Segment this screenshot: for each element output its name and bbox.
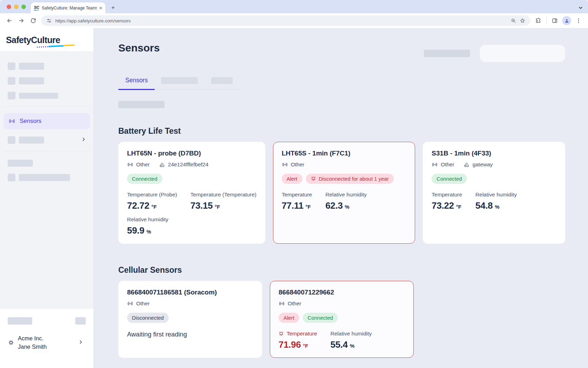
reading-value-alert: 71.96°F <box>279 339 317 350</box>
logo-underline <box>37 45 75 48</box>
browser-tab[interactable]: SC SafetyCulture: Manage Teams and... × <box>31 2 105 13</box>
sensor-name: S31B - 1min (4F33) <box>432 150 556 157</box>
sensor-meta: Other <box>279 300 405 307</box>
sensor-signal-icon <box>432 161 438 168</box>
gateway-icon <box>463 161 470 168</box>
reading-value: 62.3% <box>326 200 367 211</box>
sensor-card-soracom[interactable]: 866840071186581 (Soracom) Other Disconne… <box>118 281 262 358</box>
section-title: Battery Life Test <box>118 126 565 136</box>
toolbar-divider <box>546 17 547 24</box>
filter-skeleton-bar <box>118 101 164 108</box>
browser-window: SC SafetyCulture: Manage Teams and... × … <box>0 0 588 368</box>
sidebar-item-label: Sensors <box>20 118 41 125</box>
status-chips: Connected <box>127 174 257 184</box>
tab-sensors[interactable]: Sensors <box>118 77 155 90</box>
sidebar-footer: Acme Inc. Jane Smith <box>0 309 93 368</box>
url-text[interactable]: https://app.safetyculture.com/sensors <box>55 18 507 23</box>
sidebar-skeleton-item-expandable[interactable] <box>8 136 86 144</box>
tab-close-icon[interactable]: × <box>99 6 102 11</box>
window-zoom-button[interactable] <box>21 5 26 9</box>
header-actions <box>424 42 565 62</box>
side-panel-icon[interactable] <box>550 15 560 26</box>
section-battery-life-test: Battery Life Test LHT65N - probe (D7BD) … <box>118 126 565 244</box>
safetyculture-favicon: SC <box>34 5 39 10</box>
sidebar-divider <box>4 151 89 151</box>
tab-skeleton <box>161 77 198 84</box>
profile-avatar[interactable] <box>562 16 571 25</box>
reading: Temperature 71.96°F <box>279 331 317 350</box>
sensor-meta: Other gateway <box>432 161 556 168</box>
status-badge-connected: Connected <box>303 313 338 323</box>
sensor-signal-icon <box>279 300 285 307</box>
readings: Temperature (Probe) 72.72°F Temperature … <box>127 192 257 236</box>
sensor-card-s31b[interactable]: S31B - 1min (4F33) Other gateway Connect… <box>423 142 565 244</box>
section-title: Cellular Sensors <box>118 265 565 275</box>
sensor-meta: Other <box>127 300 253 307</box>
forward-button[interactable] <box>16 15 27 26</box>
status-chips: Alert Connected <box>279 313 405 323</box>
page-header: Sensors <box>118 42 565 62</box>
browser-menu-icon[interactable] <box>573 15 584 26</box>
reading: Temperature 77.11°F <box>282 192 312 211</box>
reading-unit: °F <box>303 343 308 349</box>
reading-unit: % <box>350 343 354 349</box>
card-grid: 866840071186581 (Soracom) Other Disconne… <box>118 281 565 358</box>
sensor-card-lht65n[interactable]: LHT65N - probe (D7BD) Other 24e124fffefb… <box>118 142 265 244</box>
tab-search-chevron-icon[interactable] <box>578 5 584 12</box>
site-info-icon[interactable] <box>46 18 52 23</box>
reading-unit: % <box>345 204 349 210</box>
reading-unit: % <box>146 229 151 235</box>
reading-label-alert: Temperature <box>279 331 317 337</box>
reading-unit: °F <box>215 204 220 210</box>
reading-label: Temperature (Probe) <box>127 192 177 198</box>
sidebar-skeleton-item <box>8 77 86 85</box>
reading-label: Relative humidity <box>475 192 517 198</box>
status-badge-disconnected: Disconnected <box>127 313 169 323</box>
sidebar-skeleton-item <box>8 92 86 99</box>
status-badge-connected: Connected <box>432 174 467 184</box>
reading-unit: °F <box>456 204 461 210</box>
extensions-icon[interactable] <box>533 15 544 26</box>
sensor-signal-icon <box>282 161 288 168</box>
sensor-meta: Other <box>282 161 407 168</box>
reading-value: 77.11°F <box>282 200 312 211</box>
card-grid: LHT65N - probe (D7BD) Other 24e124fffefb… <box>118 142 565 244</box>
url-bar[interactable]: https://app.safetyculture.com/sensors <box>41 15 530 26</box>
window-close-button[interactable] <box>7 5 11 9</box>
window-minimize-button[interactable] <box>14 5 19 9</box>
back-button[interactable] <box>4 15 15 26</box>
account-org: Acme Inc. <box>18 334 47 343</box>
sensor-name: LHT65S - 1min (F7C1) <box>282 150 407 157</box>
status-badge-disconnected-duration: Disconnected for about 1 year <box>306 174 394 184</box>
sensor-name: LHT65N - probe (D7BD) <box>127 150 257 157</box>
account-switcher[interactable]: Acme Inc. Jane Smith <box>8 334 86 351</box>
status-badge-connected: Connected <box>127 174 162 184</box>
browser-tabstrip: SC SafetyCulture: Manage Teams and... × … <box>0 0 588 13</box>
sensor-card-lht65s[interactable]: LHT65S - 1min (F7C1) Other Alert Disconn… <box>273 142 415 244</box>
reading: Relative humidity 62.3% <box>326 192 367 211</box>
sensor-signal-icon <box>127 300 133 307</box>
readings: Temperature 73.22°F Relative humidity 54… <box>432 192 556 211</box>
sensor-meta: Other 24e124fffefbef24 <box>127 161 257 168</box>
sensor-name: 866840071229662 <box>279 289 405 296</box>
reading: Relative humidity 59.9% <box>127 216 177 236</box>
new-tab-button[interactable]: + <box>110 4 117 11</box>
gateway-id: gateway <box>472 161 493 168</box>
sidebar-item-sensors[interactable]: Sensors <box>4 113 90 129</box>
sensor-type: Other <box>441 161 454 168</box>
bookmark-star-icon[interactable] <box>520 18 525 23</box>
sensor-card-866840071229662[interactable]: 866840071229662 Other Alert Connected Te… <box>270 281 414 358</box>
main-content: Sensors Sensors Battery Life Test LHT65N… <box>94 28 588 368</box>
reading: Temperature (Temperature) 73.15°F <box>190 192 257 211</box>
reload-button[interactable] <box>28 15 38 26</box>
gear-icon <box>8 339 14 346</box>
app-frame: SafetyCulture <box>0 28 588 368</box>
reading-label: Temperature <box>432 192 462 198</box>
zoom-in-icon[interactable] <box>511 18 516 23</box>
reading-value: 73.22°F <box>432 200 462 211</box>
reading-label: Temperature (Temperature) <box>190 192 257 198</box>
reading-value: 73.15°F <box>190 200 257 211</box>
sidebar-nav: Sensors <box>0 51 93 309</box>
chevron-right-icon <box>78 339 84 346</box>
tab-title: SafetyCulture: Manage Teams and... <box>42 6 97 11</box>
